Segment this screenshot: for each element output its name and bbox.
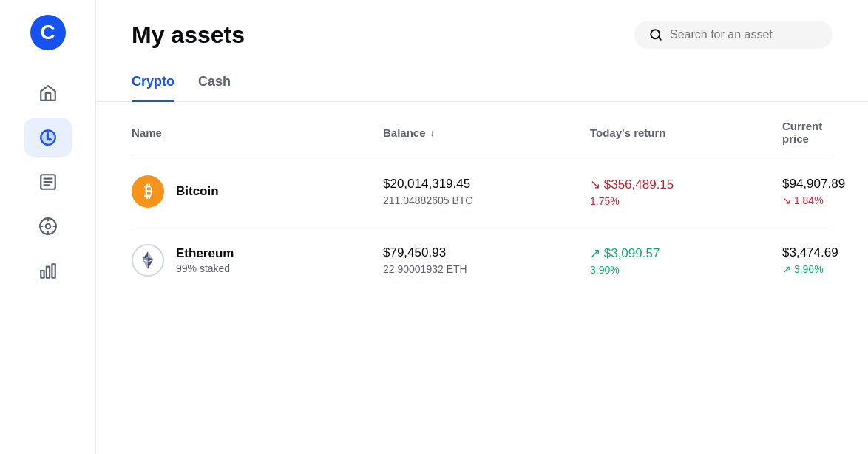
return-secondary-eth: 3.90% (590, 264, 782, 276)
page-header: My assets (96, 0, 868, 64)
column-header-balance[interactable]: Balance ↓ (383, 120, 590, 145)
sidebar-item-portfolio[interactable] (24, 118, 72, 157)
return-cell-ethereum: ↗ $3,099.57 3.90% (590, 245, 782, 276)
svg-marker-21 (148, 260, 153, 268)
table-row[interactable]: Ethereum 99% staked $79,450.93 22.900019… (132, 226, 833, 294)
sidebar-item-orders[interactable] (24, 163, 72, 201)
orders-icon (38, 172, 58, 192)
balance-secondary-eth: 22.90001932 ETH (383, 263, 590, 275)
column-header-name: Name (132, 120, 383, 145)
price-secondary: ↘ 1.84% (782, 194, 845, 206)
sidebar-item-explore[interactable] (24, 207, 72, 245)
return-cell-bitcoin: ↘ $356,489.15 1.75% (590, 177, 782, 207)
tabs-container: Crypto Cash (96, 64, 868, 102)
column-header-price: Current price (782, 120, 833, 145)
sidebar-item-home[interactable] (24, 74, 72, 112)
tab-crypto[interactable]: Crypto (132, 64, 174, 102)
assets-table: Name Balance ↓ Today's return Current pr… (96, 102, 868, 454)
search-icon (649, 28, 662, 41)
return-secondary: 1.75% (590, 195, 782, 207)
ethereum-icon (132, 244, 164, 277)
return-primary: ↘ $356,489.15 (590, 177, 782, 192)
column-header-return: Today's return (590, 120, 782, 145)
main-content: My assets Crypto Cash Name Balance ↓ Tod… (96, 0, 868, 454)
asset-info-bitcoin: ₿ Bitcoin (132, 175, 383, 208)
price-cell-bitcoin: $94,907.89 ↘ 1.84% (782, 177, 845, 206)
asset-sub-eth: 99% staked (176, 262, 234, 274)
svg-rect-14 (52, 264, 55, 277)
svg-marker-22 (143, 260, 148, 268)
search-box[interactable] (634, 21, 833, 49)
asset-info-ethereum: Ethereum 99% staked (132, 244, 383, 277)
price-primary: $94,907.89 (782, 177, 845, 192)
bitcoin-icon: ₿ (132, 175, 164, 208)
asset-name: Bitcoin (176, 184, 219, 199)
svg-point-7 (45, 224, 50, 229)
asset-name-eth: Ethereum (176, 246, 234, 261)
balance-secondary: 211.04882605 BTC (383, 194, 590, 206)
asset-name-container-eth: Ethereum 99% staked (176, 246, 234, 274)
bar-chart-icon (38, 261, 58, 280)
page-title: My assets (132, 21, 245, 49)
svg-rect-12 (41, 271, 44, 278)
price-secondary-eth: ↗ 3.96% (782, 263, 838, 275)
balance-cell-ethereum: $79,450.93 22.90001932 ETH (383, 245, 590, 275)
asset-name-container: Bitcoin (176, 184, 219, 199)
price-primary-eth: $3,474.69 (782, 245, 838, 260)
tab-cash[interactable]: Cash (198, 64, 231, 102)
balance-primary: $20,014,319.45 (383, 177, 590, 192)
portfolio-icon (38, 128, 58, 147)
svg-rect-13 (46, 267, 49, 278)
logo[interactable]: C (30, 15, 66, 50)
table-row[interactable]: ₿ Bitcoin $20,014,319.45 211.04882605 BT… (132, 157, 833, 226)
sidebar-item-analytics[interactable] (24, 251, 72, 290)
svg-line-16 (658, 37, 660, 39)
return-primary-eth: ↗ $3,099.57 (590, 245, 782, 261)
table-header: Name Balance ↓ Today's return Current pr… (132, 102, 833, 157)
search-input[interactable] (670, 28, 818, 41)
home-icon (38, 84, 58, 103)
coinbase-logo-icon: C (30, 15, 66, 50)
balance-cell-bitcoin: $20,014,319.45 211.04882605 BTC (383, 177, 590, 206)
sidebar: C (0, 0, 96, 454)
price-cell-ethereum: $3,474.69 ↗ 3.96% (782, 245, 838, 275)
sort-arrow-icon: ↓ (430, 127, 435, 138)
balance-primary-eth: $79,450.93 (383, 245, 590, 260)
compass-icon (38, 217, 58, 236)
